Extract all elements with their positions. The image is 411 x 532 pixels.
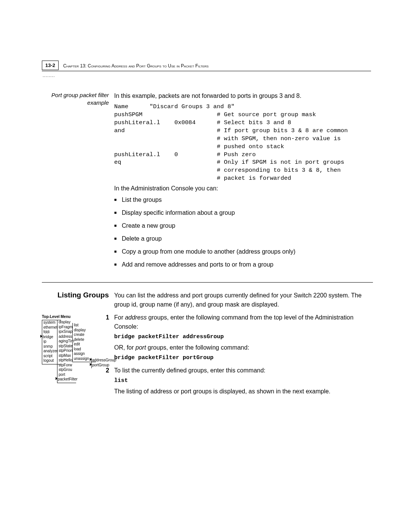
list-item: Copy a group from one module to another … [114,247,373,256]
chapter-title: Chapter 13: Configuring Address and Port… [63,63,209,69]
triangle-icon [90,358,92,361]
list-item: Delete a group [114,234,373,243]
command-text: list [114,377,373,385]
code-listing: Name "Discard Groups 3 and 8" pushSPGM #… [114,103,373,182]
capability-list: List the groups Display specific informa… [114,195,373,269]
step-2: To list the currently defined groups, en… [106,366,373,396]
example-intro: In this example, packets are not forward… [114,91,373,101]
triangle-icon [40,335,42,338]
triangle-icon [56,377,57,380]
list-item: Display specific information about a gro… [114,208,373,217]
list-item: List the groups [114,195,373,204]
list-item: Add and remove addresses and ports to or… [114,260,373,269]
margin-note: Port group packet filter example [42,91,114,275]
list-item: Create a new group [114,221,373,230]
admin-intro: In the Administration Console you can: [114,184,373,193]
section-heading: Listing Groups [42,291,114,309]
procedure-steps: For address groups, enter the following … [114,313,373,396]
step-1: For address groups, enter the following … [106,313,373,362]
page-number: 13-2 [42,61,59,70]
command-text: bridge packetFilter addressGroup [114,333,373,342]
page-header: 13-2 Chapter 13: Configuring Address and… [42,63,371,71]
menu-column-3: list display create delete edit load ass… [72,323,96,362]
dotted-ornament: ........ [43,73,55,78]
menu-title: Top-Level Menu [42,315,113,320]
command-text: bridge packetFilter portGroup [114,354,373,363]
top-level-menu-diagram: Top-Level Menu system ethernet fddi brid… [42,315,113,398]
section-body: You can list the address and port groups… [114,291,373,309]
section-divider [42,282,373,283]
triangle-icon [90,363,92,366]
